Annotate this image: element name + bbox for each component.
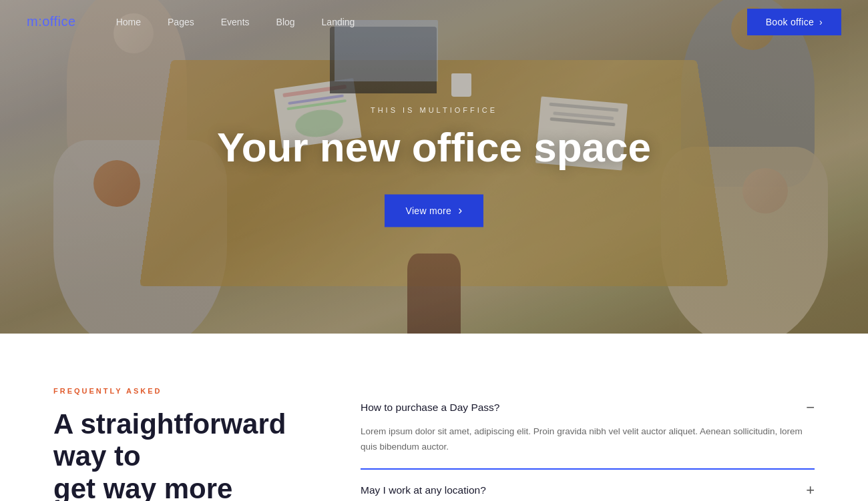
faq-right-column: How to purchase a Day Pass? − Lorem ipsu… bbox=[361, 387, 815, 501]
navbar: m:office Home Pages Events Blog Landing … bbox=[0, 0, 868, 43]
faq-question-row-2[interactable]: May I work at any location? + bbox=[361, 483, 815, 498]
faq-question-row-1[interactable]: How to purchase a Day Pass? − bbox=[361, 400, 815, 415]
faq-toggle-icon-2[interactable]: + bbox=[806, 483, 815, 498]
faq-toggle-icon-1[interactable]: − bbox=[806, 400, 815, 415]
nav-link-home[interactable]: Home bbox=[116, 17, 141, 27]
nav-links: Home Pages Events Blog Landing bbox=[116, 16, 747, 28]
hero-content: THIS IS MULTIOFFICE Your new office spac… bbox=[217, 106, 651, 227]
faq-section: FREQUENTLY ASKED A straightforward way t… bbox=[0, 334, 868, 501]
nav-item-pages[interactable]: Pages bbox=[168, 16, 194, 28]
nav-link-pages[interactable]: Pages bbox=[168, 17, 194, 27]
logo[interactable]: m:office bbox=[27, 14, 76, 29]
hero-subtitle: THIS IS MULTIOFFICE bbox=[217, 106, 651, 114]
faq-item-1: How to purchase a Day Pass? − Lorem ipsu… bbox=[361, 387, 815, 470]
book-office-arrow-icon: › bbox=[819, 17, 823, 27]
nav-item-blog[interactable]: Blog bbox=[276, 16, 295, 28]
hero-section: THIS IS MULTIOFFICE Your new office spac… bbox=[0, 0, 868, 334]
nav-link-events[interactable]: Events bbox=[221, 17, 250, 27]
book-office-button[interactable]: Book office › bbox=[747, 9, 841, 35]
faq-question-2: May I work at any location? bbox=[361, 484, 486, 496]
faq-item-2: May I work at any location? + bbox=[361, 470, 815, 501]
logo-text: m:office bbox=[27, 14, 76, 29]
nav-link-landing[interactable]: Landing bbox=[322, 17, 355, 27]
nav-item-home[interactable]: Home bbox=[116, 16, 141, 28]
faq-answer-1: Lorem ipsum dolor sit amet, adipiscing e… bbox=[361, 424, 815, 455]
nav-item-events[interactable]: Events bbox=[221, 16, 250, 28]
view-more-label: View more bbox=[406, 205, 452, 216]
nav-item-landing[interactable]: Landing bbox=[322, 16, 355, 28]
view-more-arrow-icon: › bbox=[458, 204, 462, 218]
view-more-button[interactable]: View more › bbox=[385, 195, 484, 227]
faq-question-1: How to purchase a Day Pass? bbox=[361, 402, 500, 414]
faq-title: A straightforward way to get way more do… bbox=[53, 408, 307, 501]
hero-title: Your new office space bbox=[217, 125, 651, 170]
faq-left-column: FREQUENTLY ASKED A straightforward way t… bbox=[53, 387, 307, 501]
book-office-label: Book office bbox=[766, 17, 814, 27]
faq-section-label: FREQUENTLY ASKED bbox=[53, 387, 307, 395]
nav-link-blog[interactable]: Blog bbox=[276, 17, 295, 27]
